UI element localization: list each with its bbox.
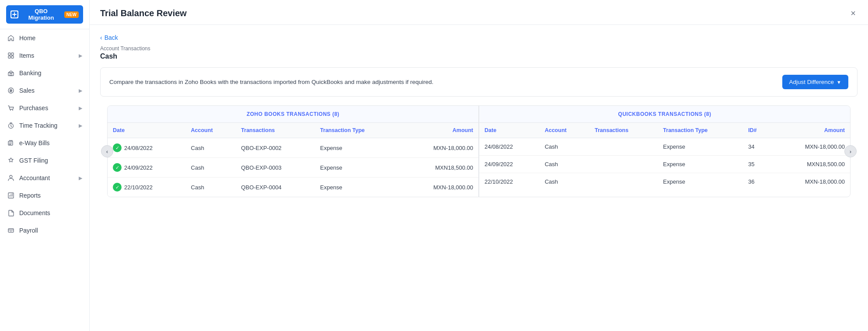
- zoho-section-header: ZOHO BOOKS TRANSACTIONS (8): [108, 106, 478, 123]
- qb-table-row: 24/09/2022 Cash Expense 35 MXN18,500.00: [479, 156, 850, 173]
- zoho-date-cell: ✓ 24/09/2022: [108, 158, 186, 178]
- qb-date-cell: 22/10/2022: [479, 173, 540, 191]
- qb-type-cell: Expense: [658, 156, 743, 173]
- chevron-right-icon-sales: ▶: [79, 88, 82, 94]
- table-nav-left-button[interactable]: ‹: [101, 145, 113, 157]
- zoho-section: ZOHO BOOKS TRANSACTIONS (8) Date Account…: [108, 106, 479, 197]
- qb-type-cell: Expense: [658, 173, 743, 191]
- svg-rect-2: [11, 53, 14, 55]
- qb-amount-cell: MXN-18,000.00: [772, 138, 850, 156]
- banking-icon: [7, 69, 15, 77]
- zoho-col-amount: Amount: [400, 123, 478, 138]
- logo-icon: [10, 10, 18, 18]
- qb-account-cell: Cash: [540, 173, 589, 191]
- sidebar-item-sales[interactable]: Sales ▶: [0, 82, 89, 99]
- sidebar-item-reports[interactable]: Reports: [0, 187, 89, 204]
- qb-transactions-cell: [589, 156, 658, 173]
- accountant-icon: [7, 174, 15, 182]
- sales-icon: [7, 87, 15, 94]
- zoho-transactions-cell: QBO-EXP-0004: [236, 178, 315, 197]
- account-transactions-label: Account Transactions: [100, 45, 858, 52]
- sidebar-item-label-documents: Documents: [19, 209, 82, 216]
- zoho-account-cell: Cash: [186, 178, 236, 197]
- qb-col-amount: Amount: [772, 123, 850, 138]
- sidebar-item-items[interactable]: Items ▶: [0, 47, 89, 64]
- zoho-account-cell: Cash: [186, 138, 236, 158]
- zoho-amount-cell: MXN18,500.00: [400, 158, 478, 178]
- top-bar: Trial Balance Review ×: [90, 0, 868, 25]
- eway-bills-icon: [7, 139, 15, 147]
- items-icon: [7, 52, 15, 59]
- logo-text: QBO Migration: [22, 8, 61, 21]
- sidebar-item-purchases[interactable]: Purchases ▶: [0, 99, 89, 117]
- page-title: Trial Balance Review: [100, 8, 187, 18]
- sidebar-item-time-tracking[interactable]: Time Tracking ▶: [0, 117, 89, 134]
- sidebar-item-label-gst: GST Filing: [19, 157, 82, 164]
- purchases-icon: [7, 104, 15, 112]
- zoho-col-type: Transaction Type: [315, 123, 400, 138]
- qb-transactions-cell: [589, 138, 658, 156]
- adjust-difference-button[interactable]: Adjust Difference ▼: [782, 75, 848, 89]
- sidebar-item-accountant[interactable]: Accountant ▶: [0, 169, 89, 187]
- zoho-col-date: Date: [108, 123, 186, 138]
- svg-rect-4: [11, 56, 14, 58]
- sidebar: QBO Migration NEW Home Items ▶ Banking S…: [0, 0, 90, 331]
- info-box: Compare the transactions in Zoho Books w…: [100, 67, 858, 97]
- split-table-wrapper: ZOHO BOOKS TRANSACTIONS (8) Date Account…: [107, 105, 851, 197]
- documents-icon: [7, 209, 15, 217]
- back-button[interactable]: ‹ Back: [100, 34, 118, 41]
- sidebar-item-gst-filing[interactable]: GST Filing: [0, 152, 89, 169]
- zoho-col-transactions: Transactions: [236, 123, 315, 138]
- qb-account-cell: Cash: [540, 156, 589, 173]
- qb-type-cell: Expense: [658, 138, 743, 156]
- match-check-icon: ✓: [113, 163, 122, 172]
- sidebar-item-banking[interactable]: Banking: [0, 64, 89, 82]
- qbo-migration-button[interactable]: QBO Migration NEW: [6, 5, 83, 24]
- chevron-right-icon-purchases: ▶: [79, 105, 82, 111]
- table-container: ‹ › ZOHO BOOKS TRANSACTIONS (8) Date Acc…: [107, 105, 851, 197]
- back-label: Back: [105, 34, 118, 41]
- sidebar-item-label-eway: e-Way Bills: [19, 139, 82, 146]
- zoho-table-row: ✓ 22/10/2022 Cash QBO-EXP-0004 Expense M…: [108, 178, 478, 197]
- sidebar-item-label-banking: Banking: [19, 70, 82, 77]
- qb-date-cell: 24/08/2022: [479, 138, 540, 156]
- sidebar-item-label-sales: Sales: [19, 87, 74, 94]
- zoho-transactions-cell: QBO-EXP-0003: [236, 158, 315, 178]
- close-button[interactable]: ×: [849, 7, 858, 19]
- zoho-type-cell: Expense: [315, 158, 400, 178]
- account-name: Cash: [100, 52, 858, 60]
- qb-section: QUICKBOOKS TRANSACTIONS (8) Date Account…: [479, 106, 850, 197]
- table-nav-right-button[interactable]: ›: [844, 145, 857, 157]
- match-check-icon: ✓: [113, 143, 122, 152]
- sidebar-logo: QBO Migration NEW: [0, 0, 89, 29]
- zoho-type-cell: Expense: [315, 138, 400, 158]
- qb-date-cell: 24/09/2022: [479, 156, 540, 173]
- sidebar-item-payroll[interactable]: Payroll: [0, 222, 89, 239]
- zoho-amount-cell: MXN-18,000.00: [400, 138, 478, 158]
- sidebar-item-label-payroll: Payroll: [19, 227, 82, 234]
- zoho-transactions-cell: QBO-EXP-0002: [236, 138, 315, 158]
- qb-table: Date Account Transactions Transaction Ty…: [479, 123, 850, 190]
- info-message: Compare the transactions in Zoho Books w…: [109, 79, 433, 85]
- svg-point-8: [10, 110, 11, 111]
- sidebar-item-home[interactable]: Home: [0, 29, 89, 47]
- zoho-date-cell: ✓ 22/10/2022: [108, 178, 186, 197]
- sidebar-item-label-time-tracking: Time Tracking: [19, 122, 74, 129]
- sidebar-item-documents[interactable]: Documents: [0, 204, 89, 222]
- new-badge: NEW: [64, 11, 79, 18]
- svg-rect-3: [8, 56, 10, 58]
- svg-rect-5: [8, 73, 14, 76]
- sidebar-item-label-home: Home: [19, 35, 82, 42]
- qb-account-cell: Cash: [540, 138, 589, 156]
- chevron-left-icon: ‹: [100, 34, 102, 41]
- sidebar-item-eway-bills[interactable]: e-Way Bills: [0, 134, 89, 152]
- svg-point-15: [10, 231, 11, 232]
- qb-amount-cell: MXN-18,000.00: [772, 173, 850, 191]
- svg-rect-1: [8, 53, 10, 55]
- qb-id-cell: 35: [743, 156, 772, 173]
- zoho-date-cell: ✓ 24/08/2022: [108, 138, 186, 158]
- dropdown-arrow-icon: ▼: [837, 80, 841, 85]
- qb-table-body: 24/08/2022 Cash Expense 34 MXN-18,000.00…: [479, 138, 850, 191]
- zoho-table: Date Account Transactions Transaction Ty…: [108, 123, 478, 197]
- zoho-table-row: ✓ 24/09/2022 Cash QBO-EXP-0003 Expense M…: [108, 158, 478, 178]
